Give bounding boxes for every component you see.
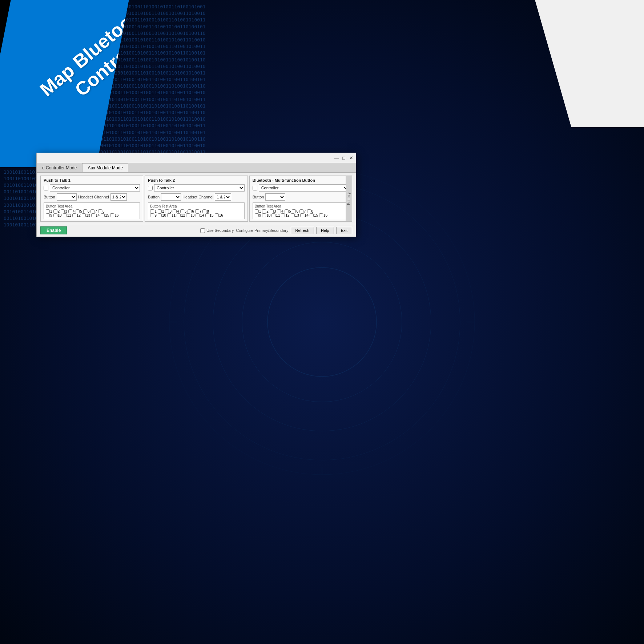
help-button[interactable]: Help <box>316 227 334 234</box>
bt-cb9[interactable] <box>255 213 259 217</box>
ptt1-test-row-2: 9 10 11 12 13 14 15 16 <box>46 213 138 217</box>
ptt1-cb7[interactable] <box>90 209 94 213</box>
ptt2-cb14[interactable] <box>196 213 200 217</box>
ptt1-cb11[interactable] <box>63 213 67 217</box>
ptt2-cb8[interactable] <box>202 209 206 213</box>
maximize-button[interactable]: □ <box>341 155 347 161</box>
ptt2-cb11[interactable] <box>167 213 171 217</box>
tab-aux-mode[interactable]: Aux Module Mode <box>82 163 128 172</box>
ptt2-cb10[interactable] <box>158 213 162 217</box>
bt-cb1[interactable] <box>255 209 259 213</box>
ptt1-controller-dropdown[interactable]: Controller <box>50 184 140 192</box>
bt-cb16[interactable] <box>319 213 323 217</box>
dialog-window: — □ ✕ e Controller Mode Aux Module Mode … <box>36 153 356 237</box>
bluetooth-test-row-2: 9 10 11 12 13 14 15 16 <box>255 213 347 217</box>
ptt2-cb15[interactable] <box>205 213 209 217</box>
ptt1-cb13[interactable] <box>82 213 86 217</box>
dialog-body: Push to Talk 1 Controller Button Headset… <box>37 173 356 224</box>
tab-bar: e Controller Mode Aux Module Mode <box>37 163 356 173</box>
ptt2-headset-dropdown[interactable]: 1 & 2 <box>215 193 231 201</box>
bluetooth-controller-row: Controller <box>253 184 349 192</box>
ptt1-cb5[interactable] <box>76 209 80 213</box>
ptt2-cb3[interactable] <box>165 209 169 213</box>
ptt2-cb12[interactable] <box>177 213 181 217</box>
ptt1-cb8[interactable] <box>98 209 102 213</box>
svg-point-0 <box>267 267 377 377</box>
ptt2-button-row: Button Headset Channel 1 & 2 <box>148 193 244 201</box>
svg-point-2 <box>213 213 431 431</box>
bt-cb14[interactable] <box>300 213 304 217</box>
ptt2-test-row-2: 9 10 11 12 13 14 15 16 <box>150 213 242 217</box>
ptt1-cb3[interactable] <box>61 209 65 213</box>
ptt2-cb4[interactable] <box>173 209 177 213</box>
refresh-button[interactable]: Refresh <box>291 227 314 234</box>
ptt1-cb15[interactable] <box>101 213 105 217</box>
ptt1-controller-row: Controller <box>44 184 140 192</box>
ptt2-test-area: Button Test Area 1 2 3 4 5 6 7 8 9 10 <box>148 202 244 219</box>
bluetooth-button-label: Button <box>253 195 264 199</box>
ptt2-title: Push to Talk 2 <box>148 178 244 182</box>
use-secondary-wrapper: Use Secondary <box>200 228 234 233</box>
tab-controller-mode[interactable]: e Controller Mode <box>37 163 82 172</box>
ptt2-cb2[interactable] <box>158 209 162 213</box>
ptt1-cb2[interactable] <box>53 209 57 213</box>
ptt1-button-row: Button Headset Channel 1 & 2 <box>44 193 140 201</box>
ptt2-cb1[interactable] <box>150 209 154 213</box>
ptt1-title: Push to Talk 1 <box>44 178 140 182</box>
enable-button[interactable]: Enable <box>40 226 67 234</box>
bt-cb4[interactable] <box>277 209 281 213</box>
bt-cb11[interactable] <box>271 213 275 217</box>
ptt2-cb9[interactable] <box>150 213 154 217</box>
svg-point-1 <box>242 242 402 402</box>
ptt1-cb10[interactable] <box>53 213 57 217</box>
bt-cb15[interactable] <box>310 213 314 217</box>
bluetooth-button-row: Button <box>253 193 349 201</box>
ptt2-button-dropdown[interactable] <box>161 193 181 201</box>
bt-cb3[interactable] <box>270 209 274 213</box>
ptt1-cb1[interactable] <box>46 209 50 213</box>
ptt2-cb13[interactable] <box>186 213 190 217</box>
section-ptt1: Push to Talk 1 Controller Button Headset… <box>40 176 143 222</box>
bt-cb12[interactable] <box>281 213 285 217</box>
bt-cb8[interactable] <box>307 209 311 213</box>
bt-cb5[interactable] <box>285 209 289 213</box>
use-secondary-checkbox[interactable] <box>200 228 205 233</box>
ptt1-cb6[interactable] <box>83 209 87 213</box>
exit-button[interactable]: Exit <box>336 227 352 234</box>
ptt2-button-label: Button <box>148 195 160 199</box>
ptt1-test-row-1: 1 2 3 4 5 6 7 8 <box>46 209 138 213</box>
ptt2-cb5[interactable] <box>180 209 184 213</box>
use-secondary-label: Use Secondary <box>206 228 234 233</box>
ptt2-cb6[interactable] <box>188 209 192 213</box>
bt-cb13[interactable] <box>291 213 295 217</box>
ptt2-controller-dropdown[interactable]: Controller <box>154 184 244 192</box>
ptt1-cb4[interactable] <box>68 209 72 213</box>
bt-cb10[interactable] <box>262 213 266 217</box>
ptt2-cb7[interactable] <box>195 209 199 213</box>
bt-cb7[interactable] <box>299 209 303 213</box>
ptt2-controller-row: Controller <box>148 184 244 192</box>
bluetooth-title: Bluetooth - Multi-function Button <box>253 178 349 182</box>
ptt1-headset-dropdown[interactable]: 1 & 2 <box>110 193 127 201</box>
configure-link[interactable]: Configure Primary/Secondary <box>236 228 288 233</box>
ptt1-cb9[interactable] <box>46 213 50 217</box>
ptt1-cb14[interactable] <box>91 213 95 217</box>
ptt1-cb12[interactable] <box>72 213 76 217</box>
ptt1-button-dropdown[interactable] <box>57 193 77 201</box>
ptt1-enable-checkbox[interactable] <box>44 186 48 190</box>
bt-cb2[interactable] <box>262 209 266 213</box>
bluetooth-controller-dropdown[interactable]: Controller <box>259 184 349 192</box>
ptt1-button-label: Button <box>44 195 55 199</box>
bt-cb6[interactable] <box>292 209 296 213</box>
ptt1-headset-label: Headset Channel <box>78 195 109 199</box>
ptt2-test-title: Button Test Area <box>150 204 242 208</box>
ptt1-cb16[interactable] <box>110 213 114 217</box>
close-button[interactable]: ✕ <box>348 155 354 161</box>
minimize-button[interactable]: — <box>333 155 340 161</box>
bluetooth-button-dropdown[interactable] <box>265 193 285 201</box>
ptt2-enable-checkbox[interactable] <box>148 186 153 190</box>
bluetooth-test-row-1: 1 2 3 4 5 6 7 8 <box>255 209 347 213</box>
ptt2-cb16[interactable] <box>215 213 219 217</box>
bluetooth-enable-checkbox[interactable] <box>253 186 257 190</box>
primary-label: Primary <box>346 176 352 221</box>
